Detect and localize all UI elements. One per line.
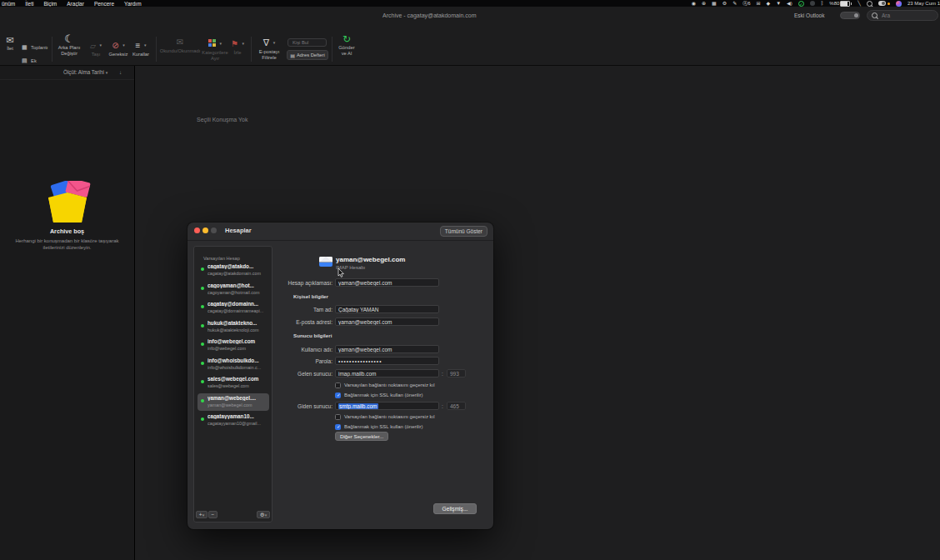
description-label: Hesap açıklaması: [288, 280, 332, 286]
find-contact-input[interactable] [291, 39, 326, 46]
categorize-label: Kategorilere Ayır [200, 50, 230, 62]
legacy-outlook-label: Eski Outlook [794, 12, 825, 18]
incoming-port-input[interactable]: 993 [447, 369, 466, 378]
scribble-icon[interactable]: ╲ [858, 0, 861, 7]
override-port-checkbox[interactable] [335, 382, 341, 388]
account-actions-menu[interactable]: ⚙▾ [257, 511, 270, 518]
categorize-button[interactable]: ▾ Kategorilere Ayır [200, 35, 230, 62]
keyboard-badge-icon[interactable]: Ⓐ6 [742, 0, 750, 7]
menu-item-gorunum[interactable]: ünüm [2, 1, 15, 7]
account-name: info@webegel.com [208, 338, 268, 344]
override-port-label: Varsayılan bağlantı noktasını geçersiz k… [344, 414, 435, 419]
chevron-down-icon: ▾ [106, 70, 108, 75]
mic-indicator-dot [888, 2, 890, 5]
gear-icon[interactable]: ⚙ [722, 0, 727, 7]
password-input[interactable]: •••••••••••••••• [335, 357, 439, 365]
account-row[interactable]: cagatayyaman10... cagatayyaman10@gmail..… [198, 412, 269, 429]
fullname-input[interactable]: Çağatay YAMAN [335, 305, 439, 313]
outgoing-server-input[interactable]: smtp.mailb.com [335, 402, 439, 410]
search-input[interactable] [880, 12, 933, 19]
change-background-label: Arka Planı Değiştir [53, 45, 85, 57]
search-icon [872, 12, 878, 18]
ssl-checkbox-checked[interactable] [335, 424, 341, 430]
dialog-titlebar[interactable]: Hesaplar Tümünü Göster [188, 222, 493, 241]
menu-item-ileti[interactable]: İleti [25, 1, 33, 7]
menu-item-araclar[interactable]: Araçlar [67, 1, 84, 7]
bluetooth-icon[interactable]: ᛒ [821, 0, 824, 7]
launchpad-icon[interactable]: ⊞ [757, 0, 761, 7]
moon-icon: ☾ [53, 33, 85, 45]
attachment-button[interactable]: ▤ Ek [22, 51, 50, 67]
pencil-icon[interactable]: ✎ [732, 0, 737, 7]
follow-button[interactable]: ⚑ ▾ İzle [227, 35, 248, 56]
incoming-server-input[interactable]: imap.mailb.com [335, 369, 439, 378]
menu-bar-clock[interactable]: 23 May Cum 1 [908, 1, 940, 6]
volume-icon[interactable]: ◀) [787, 0, 792, 7]
menu-item-pencere[interactable]: Pencere [94, 1, 114, 7]
read-unread-button[interactable]: ✉ Okundu/Okunmadı [158, 37, 202, 54]
globe-icon[interactable]: ⊕ [702, 0, 706, 7]
show-all-button[interactable]: Tümünü Göster [440, 226, 488, 237]
description-row: Hesap açıklaması: yaman@webegel.com [188, 278, 493, 288]
account-row[interactable]: cagatay@atakdo... cagatay@atakdomain.com [198, 262, 269, 279]
other-options-button[interactable]: Diğer Seçenekler... [335, 432, 388, 441]
close-button[interactable] [194, 228, 200, 233]
password-label: Parola: [315, 358, 332, 364]
change-background-button[interactable]: ☾ Arka Planı Değiştir [53, 33, 85, 57]
toolbar-separator [332, 37, 332, 62]
search-field[interactable] [867, 10, 938, 21]
remove-account-button[interactable]: − [208, 511, 218, 518]
email-input[interactable]: yaman@webegel.com [335, 318, 439, 326]
battery-indicator[interactable]: %80 [829, 1, 852, 7]
menu-item-bicim[interactable]: Biçim [43, 1, 57, 7]
username-input[interactable]: yaman@webegel.com [335, 345, 439, 353]
empty-title: Archive boş [0, 228, 134, 235]
override-port-checkbox[interactable] [335, 414, 341, 420]
rules-icon: ≡ [136, 41, 141, 50]
search-icon[interactable] [867, 1, 872, 7]
message-list-pane: Ölçüt: Alma Tarihi ▾ ↓ Archive boş Herha… [0, 66, 135, 560]
control-center-group[interactable] [878, 1, 890, 6]
filter-email-button[interactable]: ∇ ▾ E-postayı Filtrele [252, 34, 286, 61]
menu-item-yardim[interactable]: Yardım [124, 1, 141, 7]
screenshot-app-icon[interactable]: ▦ [712, 0, 717, 7]
status-dot [201, 268, 204, 271]
personal-section-header: Kişisel bilgiler [293, 293, 328, 299]
description-input[interactable]: yaman@webegel.com [335, 278, 439, 287]
email-label: E-posta adresi: [296, 319, 332, 325]
move-button[interactable]: ▱ ▾ Taşı [85, 37, 107, 58]
legacy-outlook-toggle[interactable] [840, 12, 860, 19]
ssl-checkbox-checked[interactable] [335, 392, 341, 398]
shield-check-icon[interactable]: ✓ [798, 1, 804, 7]
moon-icon[interactable] [810, 1, 815, 6]
chevron-down-icon: ▾ [265, 512, 268, 518]
zoom-button[interactable] [211, 228, 217, 233]
status-dot [201, 380, 204, 383]
advanced-button[interactable]: Gelişmiş... [433, 503, 477, 514]
shirt-app-icon[interactable]: ▼ [776, 0, 781, 7]
fullname-label: Tam ad: [313, 307, 332, 312]
account-email: cagatayyaman10@gmail... [208, 421, 268, 426]
chevron-down-icon: ▾ [242, 41, 244, 46]
meeting-label: Toplantı [31, 45, 48, 50]
address-book-button[interactable]: ▤ Adres Defteri [287, 50, 328, 60]
find-contact-field[interactable] [288, 38, 327, 47]
send-receive-button[interactable]: ↻ Gönder ve Al [333, 33, 360, 57]
read-unread-label: Okundu/Okunmadı [158, 48, 202, 54]
outgoing-port-input[interactable]: 465 [447, 402, 466, 410]
attachment-icon: ▤ [22, 58, 28, 63]
rules-button[interactable]: ≡ ▾ Kurallar [129, 37, 152, 58]
junk-button[interactable]: ⊘ ▾ Gereksiz [107, 37, 130, 58]
server-section-header: Sunucu bilgileri [293, 332, 332, 338]
sort-direction-button[interactable]: ↓ [119, 69, 122, 75]
siri-icon[interactable] [896, 1, 902, 7]
sort-criteria-dropdown[interactable]: Ölçüt: Alma Tarihi ▾ [63, 69, 108, 75]
shield-icon[interactable]: ◆ [767, 0, 771, 7]
minimize-button[interactable] [202, 228, 208, 233]
address-book-label: Adres Defteri [297, 52, 325, 58]
forward-button[interactable]: ✉ İlet [2, 34, 18, 52]
record-icon[interactable]: ◉ [692, 0, 696, 7]
username-label: Kullanıcı adı: [301, 347, 332, 352]
add-account-button[interactable]: +▾ [196, 511, 208, 518]
envelope-icon: ✉ [2, 34, 18, 46]
